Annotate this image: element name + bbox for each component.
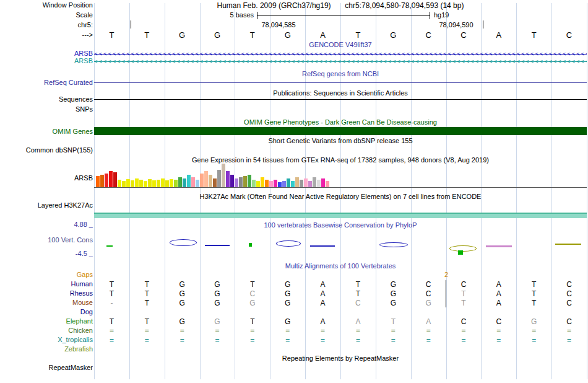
gtex-expression-bar[interactable] bbox=[131, 180, 134, 187]
species-label[interactable]: Chicken bbox=[0, 327, 93, 334]
gtex-expression-bar[interactable] bbox=[144, 181, 147, 187]
omim-gene-bar[interactable] bbox=[94, 127, 587, 135]
gtex-expression-bar[interactable] bbox=[235, 178, 238, 187]
alignment-cell: T bbox=[446, 289, 482, 298]
h3k27ac-track-title[interactable]: H3K27Ac Mark (Often Found Near Active Re… bbox=[94, 193, 587, 200]
species-label[interactable]: Dog bbox=[0, 308, 93, 315]
gtex-expression-bar[interactable] bbox=[213, 178, 217, 187]
species-label[interactable]: Elephant bbox=[0, 317, 93, 325]
gtex-track-title[interactable]: Gene Expression in 54 tissues from GTEx … bbox=[94, 156, 587, 164]
publications-track-label[interactable]: Sequences bbox=[0, 95, 93, 103]
alignment-cell: = bbox=[305, 336, 340, 345]
gtex-expression-bar[interactable] bbox=[122, 181, 126, 187]
base-letter: T bbox=[235, 30, 270, 40]
gtex-expression-bar[interactable] bbox=[269, 181, 273, 187]
phylop-track-label[interactable]: 100 Vert. Cons bbox=[0, 236, 93, 244]
species-label[interactable]: Mouse bbox=[0, 299, 93, 306]
gene-transcript-label[interactable]: ARSB bbox=[0, 50, 93, 57]
phylop-track-title[interactable]: 100 vertebrates Basewise Conservation by… bbox=[94, 221, 587, 229]
gencode-track-title[interactable]: GENCODE V49lift37 bbox=[94, 41, 587, 48]
alignment-cell: A bbox=[340, 317, 376, 326]
gtex-expression-bar[interactable] bbox=[170, 179, 173, 187]
gtex-expression-bar[interactable] bbox=[248, 175, 251, 187]
gtex-expression-bar[interactable] bbox=[183, 178, 186, 187]
gtex-expression-bar[interactable] bbox=[239, 177, 243, 187]
gtex-expression-bar[interactable] bbox=[100, 175, 104, 187]
gtex-expression-bar[interactable] bbox=[148, 179, 152, 187]
gtex-expression-bar[interactable] bbox=[165, 180, 169, 187]
gtex-expression-bar[interactable] bbox=[139, 180, 143, 187]
gtex-expression-bar[interactable] bbox=[200, 174, 204, 187]
gtex-expression-bar[interactable] bbox=[161, 178, 165, 187]
gtex-gene-label[interactable]: ARSB bbox=[0, 174, 93, 182]
gtex-expression-bar[interactable] bbox=[226, 171, 230, 187]
gtex-expression-bar[interactable] bbox=[118, 180, 121, 187]
repeatmasker-track-label[interactable]: RepeatMasker bbox=[0, 364, 93, 371]
gtex-expression-bar[interactable] bbox=[287, 178, 290, 187]
gtex-expression-bar[interactable] bbox=[317, 180, 321, 187]
gtex-expression-bar[interactable] bbox=[230, 175, 234, 187]
species-label[interactable]: Zebrafish bbox=[0, 345, 93, 353]
gtex-expression-bar[interactable] bbox=[196, 180, 199, 187]
gtex-expression-bar[interactable] bbox=[222, 164, 225, 187]
publications-track-title[interactable]: Publications: Sequences in Scientific Ar… bbox=[94, 89, 587, 97]
chromosome-label: chr5: bbox=[0, 21, 93, 29]
h3k27ac-band[interactable] bbox=[94, 213, 587, 218]
species-label[interactable]: X_tropicalis bbox=[0, 336, 93, 343]
gtex-expression-bar[interactable] bbox=[265, 180, 269, 187]
gtex-expression-bar[interactable] bbox=[313, 177, 316, 187]
gtex-expression-bar[interactable] bbox=[282, 181, 286, 187]
alignment-cell: T bbox=[376, 317, 411, 326]
gtex-expression-bar[interactable] bbox=[191, 177, 195, 187]
gtex-expression-bar[interactable] bbox=[96, 176, 100, 187]
gtex-expression-bar[interactable] bbox=[300, 180, 303, 187]
gtex-expression-bar[interactable] bbox=[261, 177, 264, 187]
refseq-gene-line[interactable] bbox=[94, 82, 587, 83]
repeatmasker-track-title[interactable]: Repeating Elements by RepeatMasker bbox=[94, 354, 587, 362]
refseq-track-label[interactable]: RefSeq Curated bbox=[0, 79, 93, 86]
refseq-track-title[interactable]: RefSeq genes from NCBI bbox=[94, 70, 587, 77]
gtex-expression-bar[interactable] bbox=[204, 171, 208, 187]
gtex-expression-bar[interactable] bbox=[135, 178, 139, 187]
gene-transcript-label[interactable]: ARSB bbox=[0, 57, 93, 64]
multiz-track-title[interactable]: Multiz Alignments of 100 Vertebrates bbox=[94, 262, 587, 270]
dbsnp-track-title[interactable]: Short Genetic Variants from dbSNP releas… bbox=[94, 137, 587, 144]
base-letter: C bbox=[446, 30, 482, 40]
gtex-expression-bar[interactable] bbox=[209, 175, 212, 187]
gtex-expression-bar[interactable] bbox=[113, 172, 117, 187]
gtex-expression-bar[interactable] bbox=[274, 180, 277, 187]
gtex-expression-bar[interactable] bbox=[152, 180, 156, 187]
gtex-expression-bar[interactable] bbox=[109, 171, 113, 187]
gtex-expression-bar[interactable] bbox=[321, 178, 325, 187]
gtex-expression-bar[interactable] bbox=[304, 178, 308, 187]
publications-sequence-line[interactable] bbox=[94, 99, 587, 100]
dbsnp-track-label[interactable]: Common dbSNP(155) bbox=[0, 146, 93, 154]
species-label[interactable]: Rhesus bbox=[0, 289, 93, 297]
gene-transcript-line[interactable]: <<<<<<<<<<<<<<<<<<<<<<<<<<<<<<<<<<<<<<<<… bbox=[94, 51, 587, 58]
gtex-expression-bar[interactable] bbox=[126, 179, 130, 187]
alignment-cell: = bbox=[446, 336, 482, 345]
omim-track-title[interactable]: OMIM Gene Phenotypes - Dark Green Can Be… bbox=[94, 118, 587, 126]
alignment-cell: C bbox=[551, 289, 587, 298]
gtex-expression-bar[interactable] bbox=[174, 180, 178, 187]
snps-track-label[interactable]: SNPs bbox=[0, 105, 93, 113]
alignment-cell: T bbox=[235, 317, 270, 326]
gtex-expression-bar[interactable] bbox=[308, 181, 312, 187]
gtex-expression-bar[interactable] bbox=[105, 174, 108, 187]
gtex-expression-bar[interactable] bbox=[326, 181, 329, 187]
alignment-cell: = bbox=[305, 327, 340, 335]
species-label[interactable]: Human bbox=[0, 280, 93, 288]
gtex-expression-bar[interactable] bbox=[278, 182, 282, 187]
gene-transcript-line[interactable]: <<<<<<<<<<<<<<<<<<<<<<<<<<<<<<<<<<<<<<<<… bbox=[94, 58, 587, 65]
gtex-expression-bar[interactable] bbox=[157, 180, 160, 187]
gtex-expression-bar[interactable] bbox=[295, 177, 299, 187]
gtex-expression-bar[interactable] bbox=[256, 181, 260, 187]
gtex-expression-bar[interactable] bbox=[252, 180, 256, 187]
gtex-expression-bar[interactable] bbox=[243, 176, 247, 187]
omim-track-label[interactable]: OMIM Genes bbox=[0, 128, 93, 135]
gtex-expression-bar[interactable] bbox=[217, 170, 221, 187]
h3k27ac-track-label[interactable]: Layered H3K27Ac bbox=[0, 201, 93, 209]
gtex-expression-bar[interactable] bbox=[187, 175, 191, 187]
gtex-expression-bar[interactable] bbox=[291, 181, 295, 187]
gtex-expression-bar[interactable] bbox=[178, 177, 182, 187]
